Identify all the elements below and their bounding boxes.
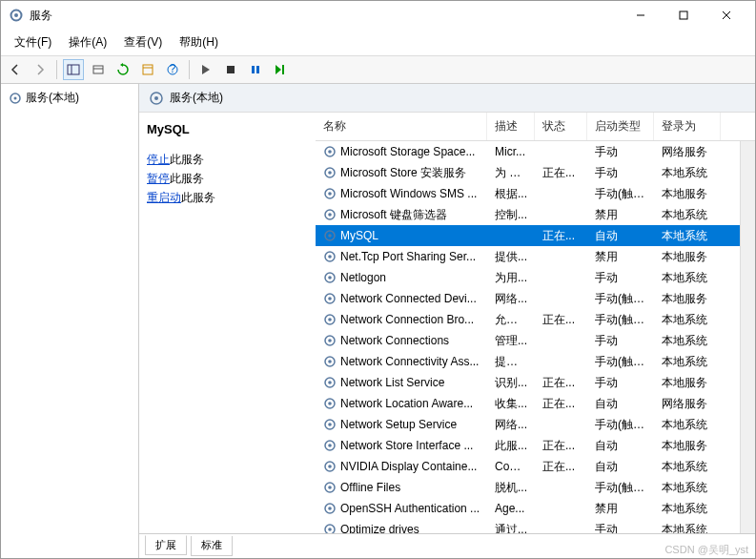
table-row[interactable]: Network Connected Devi...网络...手动(触发...本地… <box>316 288 740 309</box>
back-button[interactable] <box>5 59 26 80</box>
table-row[interactable]: Microsoft 键盘筛选器控制...禁用本地系统 <box>316 204 740 225</box>
service-icon <box>323 502 337 515</box>
table-row[interactable]: Netlogon为用...手动本地系统 <box>316 267 740 288</box>
svg-point-49 <box>328 423 332 426</box>
stop-service-button[interactable] <box>220 59 241 80</box>
service-icon <box>323 376 337 389</box>
export-button[interactable] <box>88 59 109 80</box>
table-row[interactable]: Network Setup Service网络...手动(触发...本地系统 <box>316 414 740 435</box>
service-icon <box>323 145 337 158</box>
refresh-button[interactable] <box>112 59 133 80</box>
table-row[interactable]: Network List Service识别...正在...手动本地服务 <box>316 372 740 393</box>
close-button[interactable] <box>705 2 747 29</box>
svg-point-53 <box>328 465 332 468</box>
svg-point-23 <box>328 150 332 154</box>
svg-rect-10 <box>143 65 153 74</box>
table-row[interactable]: Network Connection Bro...允许 ...正在...手动(触… <box>316 309 740 330</box>
svg-point-37 <box>328 297 332 300</box>
svg-point-29 <box>328 213 332 217</box>
svg-point-31 <box>328 234 332 238</box>
table-row[interactable]: MySQL正在...自动本地系统 <box>316 225 740 246</box>
svg-point-41 <box>328 339 332 342</box>
svg-point-45 <box>328 381 332 384</box>
svg-rect-16 <box>256 66 259 73</box>
svg-point-1 <box>14 13 18 17</box>
table-row[interactable]: NVIDIA Display Containe...Cont...正在...自动… <box>316 456 740 477</box>
svg-point-55 <box>328 486 332 489</box>
svg-point-51 <box>328 444 332 447</box>
svg-point-33 <box>328 255 332 259</box>
selected-service-title: MySQL <box>147 122 308 136</box>
service-icon <box>323 208 337 221</box>
menu-view[interactable]: 查看(V) <box>116 31 170 53</box>
table-row[interactable]: Microsoft Storage Space...Micr...手动网络服务 <box>316 141 740 162</box>
table-row[interactable]: Optimize drives通过...手动本地系统 <box>316 519 740 533</box>
pause-service-button[interactable] <box>245 59 266 80</box>
tree-pane: 服务(本地) <box>1 84 139 558</box>
help-button[interactable]: ? <box>162 59 183 80</box>
svg-point-59 <box>328 528 332 531</box>
service-icon <box>323 229 337 242</box>
svg-text:?: ? <box>170 63 176 75</box>
table-row[interactable]: OpenSSH Authentication ...Age...禁用本地系统 <box>316 498 740 519</box>
col-name[interactable]: 名称 <box>316 113 487 140</box>
table-row[interactable]: Network Location Aware...收集...正在...自动网络服… <box>316 393 740 414</box>
svg-rect-15 <box>252 66 255 73</box>
svg-rect-3 <box>680 11 687 19</box>
start-service-button[interactable] <box>195 59 216 80</box>
svg-point-25 <box>328 171 332 175</box>
table-row[interactable]: Offline Files脱机...手动(触发...本地系统 <box>316 477 740 498</box>
stop-link[interactable]: 停止 <box>147 153 170 166</box>
restart-link[interactable]: 重启动 <box>147 191 181 204</box>
col-logon[interactable]: 登录为 <box>654 113 721 140</box>
tree-root-item[interactable]: 服务(本地) <box>7 88 133 108</box>
service-icon <box>323 250 337 263</box>
tab-extended[interactable]: 扩展 <box>145 535 187 555</box>
toolbar: ? <box>1 56 755 84</box>
tab-standard[interactable]: 标准 <box>191 536 233 556</box>
menu-help[interactable]: 帮助(H) <box>172 31 226 53</box>
table-row[interactable]: Network Connections管理...手动本地系统 <box>316 330 740 351</box>
service-icon <box>323 355 337 368</box>
menu-file[interactable]: 文件(F) <box>7 31 59 53</box>
pause-link[interactable]: 暂停 <box>147 172 170 185</box>
col-status[interactable]: 状态 <box>535 113 587 140</box>
properties-button[interactable] <box>137 59 158 80</box>
heading-icon <box>149 91 164 106</box>
table-row[interactable]: Net.Tcp Port Sharing Ser...提供...禁用本地服务 <box>316 246 740 267</box>
table-row[interactable]: Network Store Interface ...此服...正在...自动本… <box>316 435 740 456</box>
service-icon <box>323 439 337 452</box>
service-icon <box>323 166 337 179</box>
col-start[interactable]: 启动类型 <box>587 113 654 140</box>
svg-point-57 <box>328 507 332 510</box>
show-hide-tree-button[interactable] <box>63 59 84 80</box>
table-row[interactable]: Microsoft Store 安装服务为 M...正在...手动本地系统 <box>316 162 740 183</box>
service-icon <box>323 334 337 347</box>
service-icon <box>323 418 337 431</box>
restart-service-button[interactable] <box>270 59 291 80</box>
service-icon <box>323 460 337 473</box>
svg-rect-14 <box>227 66 235 73</box>
svg-rect-17 <box>282 65 284 74</box>
list-header: 名称 描述 状态 启动类型 登录为 <box>316 113 755 141</box>
services-icon <box>9 92 22 105</box>
tabs: 扩展 标准 <box>139 533 755 558</box>
maximize-button[interactable] <box>662 2 705 29</box>
minimize-button[interactable] <box>619 2 662 29</box>
table-row[interactable]: Network Connectivity Ass...提供 ...手动(触发..… <box>316 351 740 372</box>
scrollbar[interactable] <box>740 141 755 533</box>
window-title: 服务 <box>30 8 619 24</box>
service-list: 名称 描述 状态 启动类型 登录为 Microsoft Storage Spac… <box>316 113 755 533</box>
forward-button[interactable] <box>30 59 51 80</box>
title-bar: 服务 <box>1 1 755 30</box>
svg-point-27 <box>328 192 332 196</box>
svg-point-35 <box>328 276 332 280</box>
service-icon <box>323 187 337 200</box>
col-desc[interactable]: 描述 <box>487 113 535 140</box>
svg-point-47 <box>328 402 332 405</box>
table-row[interactable]: Microsoft Windows SMS ...根据...手动(触发...本地… <box>316 183 740 204</box>
menu-action[interactable]: 操作(A) <box>61 31 114 53</box>
svg-point-21 <box>154 96 158 100</box>
service-icon <box>323 397 337 410</box>
service-icon <box>323 313 337 326</box>
